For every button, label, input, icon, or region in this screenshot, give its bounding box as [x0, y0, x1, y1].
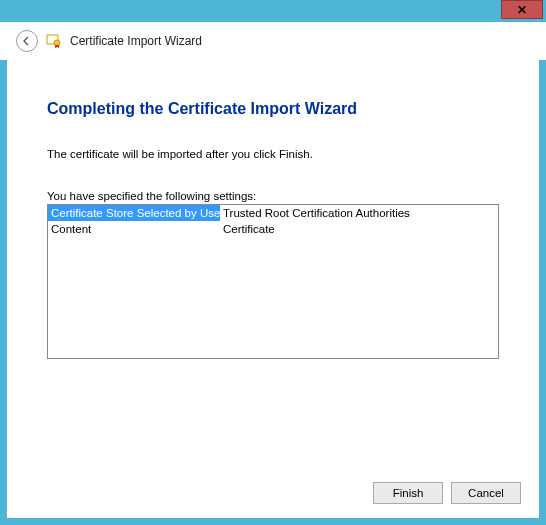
back-arrow-icon: [22, 36, 32, 46]
settings-value: Certificate: [220, 221, 278, 237]
wizard-header: Certificate Import Wizard: [0, 22, 546, 60]
button-row: Finish Cancel: [373, 482, 521, 504]
body-text: The certificate will be imported after y…: [47, 148, 499, 160]
back-button[interactable]: [16, 30, 38, 52]
page-heading: Completing the Certificate Import Wizard: [47, 100, 499, 118]
settings-row[interactable]: Content Certificate: [48, 221, 498, 237]
finish-button[interactable]: Finish: [373, 482, 443, 504]
wizard-content: Completing the Certificate Import Wizard…: [7, 60, 539, 518]
close-icon: ✕: [517, 3, 527, 17]
settings-key: Content: [48, 221, 220, 237]
wizard-title: Certificate Import Wizard: [70, 34, 202, 48]
settings-listbox[interactable]: Certificate Store Selected by User Trust…: [47, 204, 499, 359]
settings-value: Trusted Root Certification Authorities: [220, 205, 413, 221]
certificate-icon: [46, 33, 62, 49]
settings-row[interactable]: Certificate Store Selected by User Trust…: [48, 205, 498, 221]
titlebar: ✕: [0, 0, 546, 22]
settings-label: You have specified the following setting…: [47, 190, 499, 202]
settings-key: Certificate Store Selected by User: [48, 205, 220, 221]
close-button[interactable]: ✕: [501, 0, 543, 19]
cancel-button[interactable]: Cancel: [451, 482, 521, 504]
